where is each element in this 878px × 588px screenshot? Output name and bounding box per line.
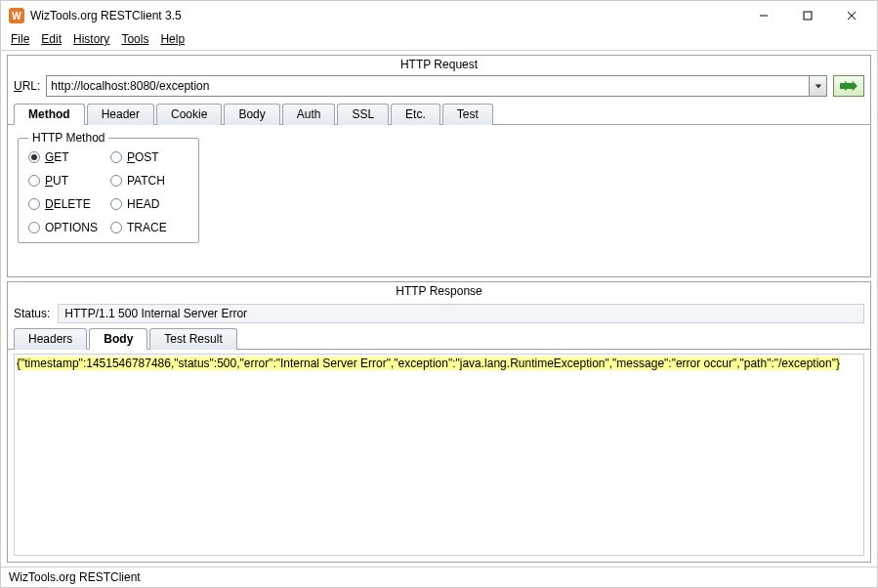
menu-tools[interactable]: Tools: [121, 32, 148, 46]
radio-patch[interactable]: PATCH: [110, 174, 188, 188]
menu-edit[interactable]: Edit: [41, 32, 62, 46]
svg-marker-6: [848, 81, 858, 92]
status-label: Status:: [14, 307, 50, 320]
chevron-down-icon: [815, 82, 822, 90]
request-tabstrip: Method Header Cookie Body Auth SSL Etc. …: [8, 103, 870, 125]
url-label: URL:: [14, 79, 40, 93]
svg-rect-1: [804, 12, 812, 20]
main-area: HTTP Request URL: Method Header Cookie B…: [1, 51, 877, 567]
response-body-panel: {"timestamp":1451546787486,"status":500,…: [8, 350, 870, 562]
close-button[interactable]: [829, 2, 873, 29]
response-body-view[interactable]: {"timestamp":1451546787486,"status":500,…: [14, 354, 864, 556]
status-row: Status: HTTP/1.1 500 Internal Server Err…: [8, 300, 870, 327]
window-controls: [741, 2, 873, 29]
tab-resp-headers[interactable]: Headers: [14, 328, 87, 350]
url-dropdown-button[interactable]: [809, 76, 826, 96]
radio-dot-icon: [110, 222, 122, 233]
tab-auth[interactable]: Auth: [282, 104, 336, 125]
tab-resp-test-result[interactable]: Test Result: [149, 328, 236, 350]
radio-dot-icon: [110, 175, 122, 187]
tab-etc[interactable]: Etc.: [391, 104, 440, 125]
menubar: File Edit History Tools Help: [1, 30, 877, 51]
tab-test[interactable]: Test: [442, 104, 493, 125]
url-input[interactable]: [47, 76, 809, 96]
radio-dot-icon: [110, 198, 122, 210]
window-title: WizTools.org RESTClient 3.5: [30, 9, 741, 22]
status-value: HTTP/1.1 500 Internal Server Error: [58, 304, 864, 323]
maximize-icon: [803, 11, 813, 21]
url-row: URL:: [8, 73, 870, 103]
tab-resp-body[interactable]: Body: [89, 328, 147, 350]
statusbar: WizTools.org RESTClient: [1, 567, 877, 587]
radio-dot-icon: [28, 222, 40, 233]
response-body-text: {"timestamp":1451546787486,"status":500,…: [17, 357, 840, 370]
radio-dot-icon: [110, 151, 122, 163]
radio-dot-icon: [28, 175, 40, 187]
menu-history[interactable]: History: [73, 32, 109, 46]
response-panel-title: HTTP Response: [8, 282, 870, 300]
response-tabstrip: Headers Body Test Result: [8, 327, 870, 350]
titlebar: W WizTools.org RESTClient 3.5: [1, 1, 877, 30]
send-icon: [840, 80, 857, 92]
response-panel: HTTP Response Status: HTTP/1.1 500 Inter…: [7, 281, 871, 563]
url-combo[interactable]: [46, 75, 827, 97]
radio-post[interactable]: POST: [110, 150, 188, 164]
tab-cookie[interactable]: Cookie: [156, 104, 222, 125]
tab-header[interactable]: Header: [87, 104, 154, 125]
menu-file[interactable]: File: [11, 32, 29, 46]
request-panel: HTTP Request URL: Method Header Cookie B…: [7, 55, 871, 277]
send-button[interactable]: [833, 75, 864, 97]
radio-delete[interactable]: DELETE: [28, 197, 106, 211]
minimize-button[interactable]: [741, 2, 785, 29]
radio-dot-icon: [28, 198, 40, 210]
radio-options[interactable]: OPTIONS: [28, 221, 106, 234]
tab-body[interactable]: Body: [224, 104, 279, 125]
http-method-group: HTTP Method GET POST PUT PATCH DELETE HE…: [18, 131, 199, 243]
menu-help[interactable]: Help: [160, 32, 185, 46]
tab-ssl[interactable]: SSL: [337, 104, 389, 125]
radio-get[interactable]: GET: [28, 150, 106, 164]
svg-marker-4: [815, 84, 820, 88]
radio-head[interactable]: HEAD: [110, 197, 188, 211]
app-icon: W: [9, 8, 24, 23]
method-tabpanel: HTTP Method GET POST PUT PATCH DELETE HE…: [8, 125, 870, 276]
tab-method[interactable]: Method: [14, 104, 85, 125]
minimize-icon: [759, 11, 769, 21]
radio-trace[interactable]: TRACE: [110, 221, 188, 234]
maximize-button[interactable]: [785, 2, 829, 29]
close-icon: [847, 11, 857, 21]
radio-dot-icon: [28, 151, 40, 163]
http-method-legend: HTTP Method: [28, 131, 108, 145]
request-panel-title: HTTP Request: [8, 56, 870, 73]
statusbar-text: WizTools.org RESTClient: [9, 570, 141, 584]
radio-put[interactable]: PUT: [28, 174, 106, 188]
